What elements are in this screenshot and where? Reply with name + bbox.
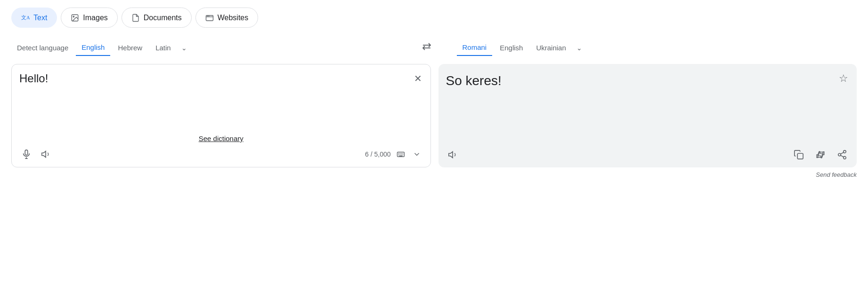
listen-source-button[interactable] [39,147,53,161]
svg-rect-9 [25,150,28,155]
svg-line-29 [841,152,844,154]
tab-websites[interactable]: Websites [195,8,259,28]
svg-rect-3 [206,16,213,21]
swap-languages-button[interactable] [417,37,436,58]
lang-latin[interactable]: Latin [150,40,177,55]
target-panel-bottom [446,148,850,162]
tab-documents[interactable]: Documents [122,8,192,28]
website-icon [205,13,214,23]
clear-button[interactable]: ✕ [412,71,424,86]
svg-rect-24 [797,153,803,159]
target-action-icons [792,148,849,162]
copy-button[interactable] [792,148,806,162]
translated-text: So keres! [446,71,850,88]
char-count-value: 6 / 5,000 [365,150,391,158]
svg-point-25 [844,150,846,153]
source-lang-bar: Detect language English Hebrew Latin ⌄ [11,39,412,56]
svg-text:文A: 文A [21,15,30,20]
microphone-button[interactable] [19,147,33,161]
lang-detect[interactable]: Detect language [11,40,74,55]
keyboard-button[interactable] [395,148,407,160]
listen-target-button[interactable] [446,148,460,162]
panels-row: Hello! ✕ See dictionary 6 [11,64,857,167]
tab-websites-label: Websites [218,14,249,22]
char-count: 6 / 5,000 [365,148,423,160]
tab-documents-label: Documents [144,14,182,22]
lang-hebrew[interactable]: Hebrew [112,40,148,55]
send-feedback-link[interactable]: Send feedback [816,171,857,178]
tabs-row: 文A Text Images Documents [11,8,857,28]
share-button[interactable] [835,148,849,162]
source-panel-bottom: 6 / 5,000 [19,147,423,161]
feedback-thumbs-button[interactable] [813,148,827,162]
lang-english-source[interactable]: English [76,39,110,56]
language-bar: Detect language English Hebrew Latin ⌄ R… [11,37,857,58]
target-lang-more[interactable]: ⌄ [574,40,585,55]
svg-point-26 [838,153,841,156]
translate-icon: 文A [21,13,30,23]
favorite-button[interactable]: ☆ [837,71,850,87]
document-icon [131,13,140,23]
tab-text-label: Text [33,14,47,22]
svg-point-2 [73,16,74,17]
source-panel: Hello! ✕ See dictionary 6 [11,64,431,167]
svg-point-27 [844,157,846,159]
source-input[interactable]: Hello! [19,72,423,131]
image-icon [71,13,79,23]
lang-romani[interactable]: Romani [457,39,493,56]
svg-line-28 [841,155,844,157]
lang-ukrainian[interactable]: Ukrainian [530,40,571,55]
tab-images-label: Images [83,14,107,22]
target-lang-bar: Romani English Ukrainian ⌄ [457,39,857,56]
svg-marker-23 [448,152,452,158]
tab-images[interactable]: Images [61,8,117,28]
tab-text[interactable]: 文A Text [11,8,57,28]
source-lang-more[interactable]: ⌄ [178,40,190,55]
lang-english-target[interactable]: English [494,40,528,55]
send-feedback-row: Send feedback [11,171,857,178]
target-panel: So keres! ☆ [438,64,857,167]
svg-marker-12 [42,151,46,158]
see-dictionary-button[interactable]: See dictionary [19,134,423,142]
input-options-button[interactable] [411,148,423,160]
